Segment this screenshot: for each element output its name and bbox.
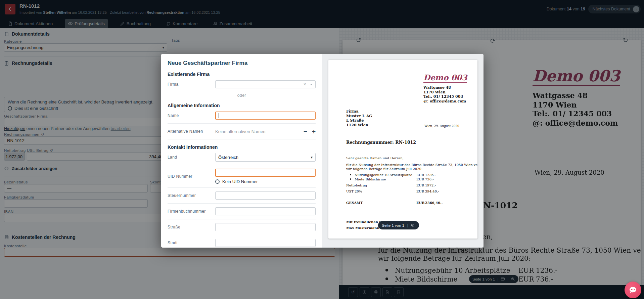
tax-number-row: Steuernummer [168,191,316,200]
remove-alt-name-button[interactable]: − [304,128,307,135]
chat-bubble-icon [629,286,637,294]
clear-icon[interactable]: × [304,82,306,87]
register-number-row: Firmenbuchnummer [168,207,316,216]
divider [168,123,316,124]
uid-input[interactable] [215,169,316,177]
modal-title: Neue Geschäftspartner Firma [168,60,316,67]
firma-row: Firma × [168,80,316,89]
invoice-date: Wien, 29. August 2020 [424,124,459,128]
city-input[interactable] [215,239,316,247]
name-label: Name [168,113,215,118]
city-row: Stadt [168,239,316,247]
divider [168,203,316,204]
uid-row: UID Nummer Kein UID Nummer [168,169,316,184]
street-label: Straße [168,225,215,229]
app-window: RN-1012 Importiert von Steffen Wilhelm a… [0,0,644,299]
radio-icon [215,179,220,184]
partner-form: Neue Geschäftspartner Firma Existierende… [161,54,322,248]
zoom-in-icon[interactable] [411,223,415,228]
no-uid-radio[interactable]: Kein UID Nummer [215,179,316,184]
register-number-label: Firmenbuchnummer [168,209,215,214]
divider [168,235,316,235]
chat-widget-button[interactable] [625,282,641,298]
land-label: Land [168,155,215,160]
add-alt-name-button[interactable]: + [312,128,316,135]
new-partner-modal: Neue Geschäftspartner Firma Existierende… [161,54,484,248]
land-select[interactable]: Österreich ▾ [215,153,316,162]
alt-names-label: Alternative Namen [168,129,215,134]
invoice-document: Demo 003 Wattgasse 481170 WienTel:. 01/ … [328,60,477,239]
general-info-section: Allgemeine Information [168,103,316,108]
divider [168,187,316,188]
invoice-salutation: Sehr geehrte Damen und Herren, [346,156,404,160]
or-separator: oder [168,93,316,98]
preview-page[interactable]: Demo 003 Wattgasse 481170 WienTel:. 01/ … [328,60,477,239]
land-row: Land Österreich ▾ [168,153,316,162]
tax-number-input[interactable] [215,191,316,200]
city-label: Stadt [168,241,215,245]
invoice-signature: Max Mustermann [346,226,379,230]
invoice-logo: Demo 003 [423,73,467,83]
divider [168,165,316,165]
chevron-down-icon: ▾ [311,155,313,160]
divider [168,139,316,139]
firma-select[interactable]: × [215,80,316,88]
divider [168,219,316,219]
preview-page-badge[interactable]: Seite 1 von 1 | [378,221,419,229]
existing-company-section: Existierende Firma [168,72,316,77]
invoice-number-line: Rechnungsnummer: RN-1012 [346,140,416,145]
invoice-sender-address: Wattgasse 481170 WienTel:. 01/ 12345 003… [423,85,466,103]
tax-number-label: Steuernummer [168,193,215,198]
invoice-body-line: wir folgende Beträge für Zeitraum Juli 2… [346,167,422,171]
name-input[interactable] [215,112,316,120]
text-caret [219,113,219,118]
street-input[interactable] [215,223,316,231]
register-number-input[interactable] [215,207,316,215]
alt-names-empty: Keine alternativen Namen [215,129,266,134]
invoice-body-line: für die Nutzung der Infrastruktur des Bü… [346,163,477,167]
contact-info-section: Kontakt Informationen [168,144,316,150]
street-row: Straße [168,223,316,231]
name-row: Name [168,111,316,120]
invoice-recipient: FirmaMuster L AGL Straße1120 Wien [346,109,372,127]
firma-label: Firma [168,82,215,87]
chevron-down-icon [309,83,313,86]
uid-label: UID Nummer [168,174,215,179]
document-preview-pane: Demo 003 Wattgasse 481170 WienTel:. 01/ … [322,54,484,248]
alternative-names-row: Alternative Namen Keine alternativen Nam… [168,127,316,136]
